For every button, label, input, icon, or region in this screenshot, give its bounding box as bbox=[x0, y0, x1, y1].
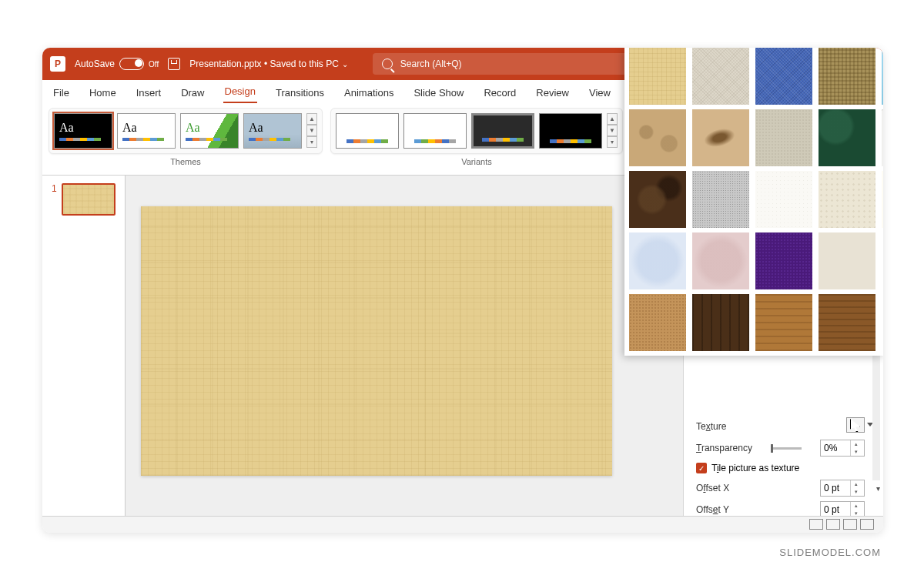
offset-x-label: Offset X bbox=[696, 483, 729, 493]
watermark: SLIDEMODEL.COM bbox=[779, 547, 881, 558]
texture-medium-wood[interactable] bbox=[819, 294, 875, 351]
app-icon: P bbox=[50, 56, 65, 72]
tab-draw[interactable]: Draw bbox=[179, 82, 206, 103]
search-box[interactable]: Search (Alt+Q) bbox=[373, 53, 658, 75]
theme-thumb-1[interactable]: Aa bbox=[54, 113, 112, 149]
texture-gallery bbox=[624, 48, 883, 356]
save-icon[interactable] bbox=[168, 58, 180, 70]
texture-oak[interactable] bbox=[755, 294, 812, 351]
toggle-icon[interactable] bbox=[119, 58, 144, 70]
chevron-down-icon[interactable]: ⌄ bbox=[342, 60, 348, 69]
texture-white-marble[interactable] bbox=[882, 109, 883, 166]
texture-newsprint[interactable] bbox=[755, 171, 812, 228]
tab-home[interactable]: Home bbox=[88, 82, 118, 103]
texture-cork[interactable] bbox=[629, 294, 686, 351]
tab-review[interactable]: Review bbox=[534, 82, 571, 103]
themes-label: Themes bbox=[170, 157, 201, 166]
powerpoint-window: P AutoSave Off Presentation.pptx • Saved… bbox=[42, 48, 883, 533]
variant-thumb-2[interactable] bbox=[403, 113, 467, 149]
texture-pink-tissue[interactable] bbox=[692, 232, 749, 289]
status-bar bbox=[42, 516, 883, 533]
view-buttons[interactable] bbox=[808, 519, 875, 531]
autosave-toggle[interactable]: AutoSave Off bbox=[75, 58, 159, 70]
texture-papyrus[interactable] bbox=[629, 48, 686, 105]
search-icon bbox=[382, 59, 393, 69]
slide-thumbnails-panel: 1 bbox=[42, 176, 126, 516]
texture-denim[interactable] bbox=[755, 48, 812, 105]
checkbox-checked-icon[interactable]: ✓ bbox=[696, 463, 707, 473]
expand-icon[interactable]: ▾ bbox=[876, 484, 880, 493]
texture-canvas[interactable] bbox=[692, 48, 749, 105]
slide-thumbnail-1[interactable] bbox=[62, 183, 116, 216]
texture-fish-fossil[interactable] bbox=[692, 109, 749, 166]
texture-stationery[interactable] bbox=[882, 171, 883, 228]
tab-record[interactable]: Record bbox=[482, 82, 517, 103]
texture-edge-2 bbox=[882, 294, 883, 351]
texture-row: Texture bbox=[696, 417, 879, 435]
document-title[interactable]: Presentation.pptx • Saved to this PC ⌄ bbox=[189, 59, 348, 69]
autosave-label: AutoSave bbox=[75, 59, 115, 69]
tab-design[interactable]: Design bbox=[223, 81, 257, 103]
transparency-slider[interactable] bbox=[771, 447, 802, 450]
texture-purple-mesh[interactable] bbox=[755, 232, 812, 289]
texture-woven-mat[interactable] bbox=[819, 48, 875, 105]
tile-checkbox-row[interactable]: ✓ Tile picture as texture bbox=[696, 463, 879, 473]
texture-granite[interactable] bbox=[692, 171, 749, 228]
texture-label: Texture bbox=[696, 421, 726, 432]
texture-walnut[interactable] bbox=[692, 294, 749, 351]
variant-thumb-1[interactable] bbox=[336, 113, 399, 149]
transparency-label: Transparency bbox=[696, 443, 752, 453]
texture-blue-tissue[interactable] bbox=[629, 232, 686, 289]
tab-transitions[interactable]: Transitions bbox=[274, 82, 326, 103]
theme-thumb-2[interactable]: Aa bbox=[117, 113, 176, 149]
themes-scroller[interactable]: ▲▼▾ bbox=[306, 113, 317, 148]
texture-paper-bag[interactable] bbox=[629, 109, 686, 166]
texture-water-droplets[interactable] bbox=[882, 48, 883, 105]
texture-bouquet[interactable] bbox=[819, 232, 875, 289]
texture-sand[interactable] bbox=[755, 109, 812, 166]
offset-x-input[interactable]: ▴▾ bbox=[820, 480, 865, 497]
texture-brown-marble[interactable] bbox=[629, 171, 686, 228]
slide-canvas[interactable] bbox=[141, 206, 612, 476]
tab-file[interactable]: File bbox=[52, 82, 71, 103]
variants-group: ▲▼▾ Variants bbox=[330, 108, 623, 175]
themes-group: Aa Aa Aa Aa ▲▼▾ Themes bbox=[49, 108, 323, 175]
variant-thumb-3[interactable] bbox=[471, 113, 534, 149]
texture-picker-button[interactable] bbox=[846, 417, 865, 433]
variants-scroller[interactable]: ▲▼▾ bbox=[607, 113, 618, 148]
theme-thumb-4[interactable]: Aa bbox=[243, 113, 302, 149]
autosave-state: Off bbox=[149, 60, 159, 69]
tile-label: Tile picture as texture bbox=[711, 463, 799, 473]
variants-label: Variants bbox=[461, 157, 492, 166]
tab-view[interactable]: View bbox=[588, 82, 612, 103]
tab-insert[interactable]: Insert bbox=[135, 82, 163, 103]
search-placeholder: Search (Alt+Q) bbox=[400, 59, 462, 69]
transparency-row: Transparency ▴▾ bbox=[696, 440, 879, 457]
variant-thumb-4[interactable] bbox=[539, 113, 602, 149]
slide-number: 1 bbox=[52, 183, 57, 216]
tab-slideshow[interactable]: Slide Show bbox=[412, 82, 465, 103]
texture-edge-1 bbox=[882, 232, 883, 289]
offset-y-label: Offset Y bbox=[696, 504, 729, 515]
tab-animations[interactable]: Animations bbox=[343, 82, 395, 103]
theme-thumb-3[interactable]: Aa bbox=[180, 113, 239, 149]
transparency-input[interactable]: ▴▾ bbox=[820, 440, 865, 457]
texture-recycled-paper[interactable] bbox=[819, 171, 875, 228]
texture-green-marble[interactable] bbox=[819, 109, 875, 166]
